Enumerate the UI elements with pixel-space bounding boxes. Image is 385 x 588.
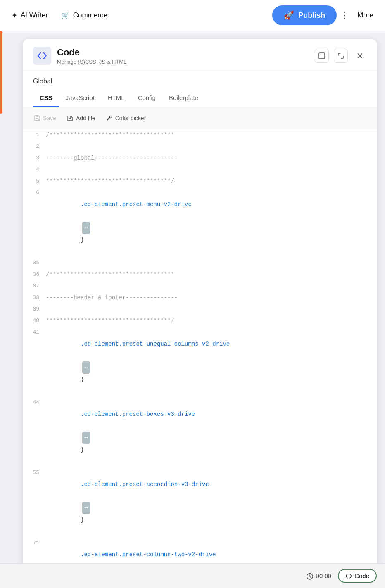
svg-rect-2 [36,116,38,117]
code-line-55: 55 .ed-element.preset-accordion-v3-drive… [23,467,377,537]
code-line-6: 6 .ed-element.preset-menu-v2-drive ⟷ } [23,187,377,257]
code-line-1: 1 /************************************ [23,129,377,141]
code-line-38: 38 --------header & footer--------------… [23,292,377,303]
code-editor[interactable]: 1 /************************************ … [23,129,377,588]
code-panel-icon [33,47,51,65]
expand-btn-44[interactable]: ⟷ [82,432,90,444]
panel-controls: ✕ [315,49,367,63]
tab-html[interactable]: HTML [101,89,131,107]
code-line-39: 39 [23,303,377,315]
svg-rect-0 [319,53,325,59]
bottom-bar: 00 00 Code [0,563,385,588]
global-label: Global [23,71,377,85]
tab-css[interactable]: CSS [33,89,59,107]
tab-config[interactable]: Config [131,89,162,107]
expand-btn-55[interactable]: ⟷ [82,502,90,514]
panel-close-button[interactable]: ✕ [353,49,367,63]
panel-title: Code [57,47,126,58]
add-file-label: Add file [76,115,95,121]
panel-header-left: Code Manage (S)CSS, JS & HTML [33,47,126,65]
ai-writer-label: AI Writer [21,11,48,19]
main-area: Code Manage (S)CSS, JS & HTML ✕ Global C… [0,31,385,588]
code-line-44: 44 .ed-element.preset-boxes-v3-drive ⟷ } [23,397,377,467]
nav-more[interactable]: More [352,8,378,23]
commerce-icon: 🛒 [61,11,70,20]
color-picker-label: Color picker [115,115,146,121]
code-line-36: 36 /************************************ [23,269,377,280]
panel-subtitle: Manage (S)CSS, JS & HTML [57,59,126,65]
editor-toolbar: Save Add file Color picker [23,107,377,129]
ai-writer-icon: ✦ [12,11,17,20]
color-picker-button[interactable]: Color picker [102,112,150,124]
code-panel: Code Manage (S)CSS, JS & HTML ✕ Global C… [23,39,377,588]
top-navigation: ✦ AI Writer 🛒 Commerce 🚀 Publish ⋮ More [0,0,385,31]
add-file-button[interactable]: Add file [63,112,100,124]
code-line-40: 40 ************************************/ [23,315,377,327]
rocket-icon: 🚀 [284,10,294,20]
publish-button[interactable]: 🚀 Publish [272,5,337,25]
svg-rect-1 [36,119,38,121]
code-line-35: 35 [23,257,377,269]
bottom-code-button[interactable]: Code [338,569,377,583]
tab-boilerplate[interactable]: Boilerplate [162,89,205,107]
panel-title-group: Code Manage (S)CSS, JS & HTML [57,47,126,65]
save-label: Save [43,115,56,121]
save-button[interactable]: Save [30,112,60,124]
publish-label: Publish [298,11,325,20]
left-accent-bar [0,31,2,114]
code-line-5: 5 ************************************/ [23,175,377,187]
panel-header: Code Manage (S)CSS, JS & HTML ✕ [23,39,377,71]
more-dots-icon[interactable]: ⋮ [340,10,349,21]
code-line-3: 3 --------global------------------------ [23,152,377,164]
code-line-2: 2 [23,141,377,152]
code-line-41: 41 .ed-element.preset-unequal-columns-v2… [23,327,377,397]
code-line-4: 4 [23,164,377,175]
bottom-timer: 00 00 [306,572,332,580]
nav-commerce[interactable]: 🛒 Commerce [56,8,112,23]
panel-minimize-button[interactable] [315,49,329,63]
code-line-37: 37 [23,280,377,292]
commerce-label: Commerce [73,11,107,19]
tab-javascript[interactable]: JavaScript [59,89,101,107]
expand-btn-6[interactable]: ⟷ [82,222,90,234]
timer-value: 00 00 [316,572,332,579]
panel-expand-button[interactable] [334,49,348,63]
nav-ai-writer[interactable]: ✦ AI Writer [7,8,53,23]
tabs-bar: CSS JavaScript HTML Config Boilerplate [23,89,377,107]
code-icon [345,573,352,579]
bottom-code-label: Code [354,572,369,579]
timer-icon [306,572,314,580]
more-label: More [357,11,373,19]
expand-btn-41[interactable]: ⟷ [82,361,90,374]
